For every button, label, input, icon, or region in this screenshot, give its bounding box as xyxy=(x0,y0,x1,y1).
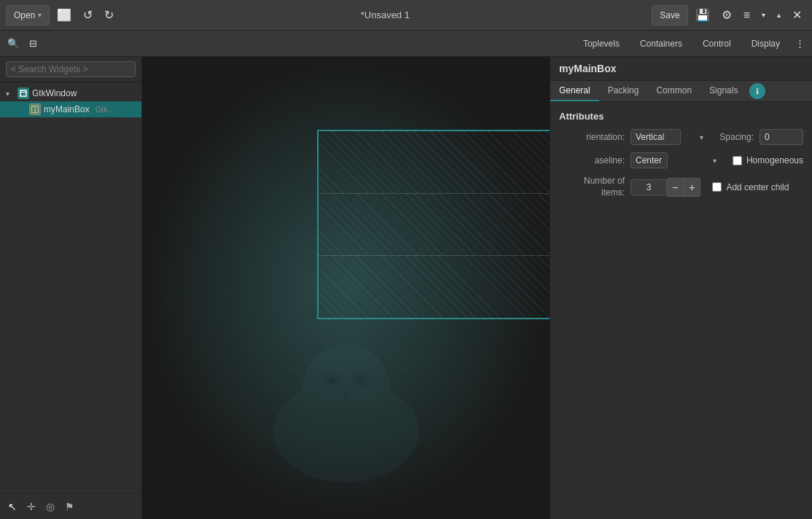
baseline-row: aseline: Start Center End Homogeneous xyxy=(559,152,803,168)
baseline-select-wrapper: Start Center End xyxy=(631,152,721,168)
palette-view-icon-button[interactable]: ⊟ xyxy=(25,34,42,54)
svg-marker-7 xyxy=(383,344,441,381)
tab-common[interactable]: Common xyxy=(647,81,700,101)
hatch-row-2 xyxy=(319,194,550,257)
new-icon-button[interactable]: ⬜ xyxy=(52,5,76,26)
tab-control[interactable]: Control xyxy=(693,35,741,52)
tab-containers[interactable]: Containers xyxy=(631,35,692,52)
gtk-window-widget[interactable]: GtkWindow xyxy=(317,130,550,319)
add-center-child-row: Add center child xyxy=(712,182,789,192)
homogeneous-checkbox[interactable] xyxy=(733,156,742,165)
tab-packing[interactable]: Packing xyxy=(599,81,648,101)
right-content: Attributes rientation: Horizontal Vertic… xyxy=(550,102,812,519)
num-items-input[interactable] xyxy=(631,179,667,195)
orientation-select[interactable]: Horizontal Vertical xyxy=(631,129,681,145)
right-panel-title: myMainBox xyxy=(550,57,812,81)
undo-button[interactable]: ↺ xyxy=(79,5,97,26)
baseline-label: aseline: xyxy=(559,155,625,165)
attributes-title: Attributes xyxy=(559,111,803,122)
spacing-input[interactable] xyxy=(760,129,803,145)
box-icon xyxy=(29,104,41,115)
num-items-label: Number ofitems: xyxy=(559,176,625,198)
canvas-area[interactable]: GtkWindow ↗ xyxy=(142,57,550,519)
tree-item-gtkwindow[interactable]: ▾ GtkWindow xyxy=(0,85,141,101)
right-tabs: General Packing Common Signals ℹ xyxy=(550,81,812,102)
tree-label-gtkwindow: GtkWindow xyxy=(32,88,77,98)
sliders-icon-button[interactable]: ⚙ xyxy=(717,5,736,26)
sidebar-bottom-toolbar: ↖ ✛ ◎ ⚑ xyxy=(0,493,141,519)
homogeneous-label[interactable]: Homogeneous xyxy=(746,155,803,165)
palette-bar: 🔍 ⊟ Toplevels Containers Control Display… xyxy=(0,31,812,57)
toolbar-right: Save 💾 ⚙ ≡ ▾ ▴ ✕ xyxy=(652,5,806,26)
open-label: Open xyxy=(14,10,35,20)
tab-general[interactable]: General xyxy=(550,81,599,101)
info-tab-button[interactable]: ℹ xyxy=(749,83,765,99)
hatch-container xyxy=(319,131,550,318)
tab-display[interactable]: Display xyxy=(742,35,789,52)
tab-toplevels[interactable]: Toplevels xyxy=(574,35,629,52)
window-title: *Unsaved 1 xyxy=(121,9,649,20)
menu-icon: ≡ xyxy=(743,9,750,22)
hatch-row-1 xyxy=(319,131,550,194)
homogeneous-row: Homogeneous xyxy=(733,155,803,165)
move-icon: ✛ xyxy=(27,501,36,512)
hatch-row-3 xyxy=(319,256,550,318)
svg-point-11 xyxy=(357,377,364,384)
svg-marker-6 xyxy=(251,344,310,381)
main-area: ▾ GtkWindow myMainBox xyxy=(0,57,812,519)
spinner-increment-button[interactable]: + xyxy=(684,178,700,197)
move-tool-button[interactable]: ✛ xyxy=(25,499,38,515)
collapse-button[interactable]: ▾ xyxy=(757,5,770,26)
add-center-child-checkbox[interactable] xyxy=(712,182,722,192)
tab-signals[interactable]: Signals xyxy=(700,81,746,101)
baseline-select[interactable]: Start Center End xyxy=(631,152,668,168)
close-icon: ✕ xyxy=(792,8,802,22)
chevron-down-icon: ▾ xyxy=(762,11,765,19)
svg-point-10 xyxy=(328,377,335,384)
save-icon: 💾 xyxy=(695,8,710,22)
sidebar-search-area xyxy=(0,57,141,82)
widget-sidebar: ▾ GtkWindow myMainBox xyxy=(0,57,142,519)
link-icon: ◎ xyxy=(46,501,55,512)
undo-icon: ↺ xyxy=(83,8,93,22)
pointer-icon: ↖ xyxy=(8,501,17,512)
orientation-row: rientation: Horizontal Vertical Spacing: xyxy=(559,129,803,145)
sliders-icon: ⚙ xyxy=(722,8,732,22)
save-button[interactable]: Save xyxy=(652,5,687,26)
expand-button[interactable]: ▴ xyxy=(773,5,785,26)
pointer-tool-button[interactable]: ↖ xyxy=(6,499,19,515)
new-icon: ⬜ xyxy=(57,8,71,22)
flag-tool-button[interactable]: ⚑ xyxy=(63,499,77,515)
spinner-decrement-button[interactable]: − xyxy=(667,178,684,197)
expand-icon-gtkwindow: ▾ xyxy=(6,90,15,98)
spacing-label: Spacing: xyxy=(714,132,754,142)
redo-icon: ↻ xyxy=(104,8,114,22)
close-button[interactable]: ✕ xyxy=(788,5,806,26)
link-tool-button[interactable]: ◎ xyxy=(44,499,57,515)
svg-point-5 xyxy=(302,344,390,432)
menu-icon-button[interactable]: ≡ xyxy=(739,5,754,26)
orientation-select-wrapper: Horizontal Vertical xyxy=(631,129,708,145)
tree-item-mymainbox[interactable]: myMainBox Gtk… xyxy=(0,101,141,117)
save-icon-button[interactable]: 💾 xyxy=(691,5,714,26)
open-chevron-icon: ▾ xyxy=(38,11,42,19)
num-items-row: Number ofitems: − + Add center child xyxy=(559,176,803,198)
add-center-child-label[interactable]: Add center child xyxy=(726,182,789,192)
tree-label-mymainbox: myMainBox xyxy=(44,104,90,114)
open-button[interactable]: Open ▾ xyxy=(6,5,50,26)
flag-icon: ⚑ xyxy=(65,501,74,512)
svg-rect-0 xyxy=(20,90,26,96)
tree-sublabel-mymainbox: Gtk… xyxy=(95,105,116,114)
widget-tree: ▾ GtkWindow myMainBox xyxy=(0,82,141,493)
redo-button[interactable]: ↻ xyxy=(100,5,118,26)
window-icon xyxy=(17,87,29,99)
palette-search-icon-button[interactable]: 🔍 xyxy=(3,34,23,54)
orientation-label: rientation: xyxy=(559,132,625,142)
search-input[interactable] xyxy=(6,61,136,77)
right-panel: myMainBox General Packing Common Signals… xyxy=(550,57,812,519)
num-items-spinner: − + xyxy=(631,178,700,197)
palette-more-button[interactable]: ⋮ xyxy=(791,34,809,54)
main-toolbar: Open ▾ ⬜ ↺ ↻ *Unsaved 1 Save 💾 ⚙ ≡ ▾ ▴ ✕ xyxy=(0,0,812,31)
info-icon: ℹ xyxy=(756,87,759,96)
chevron-up-icon: ▴ xyxy=(777,11,781,19)
